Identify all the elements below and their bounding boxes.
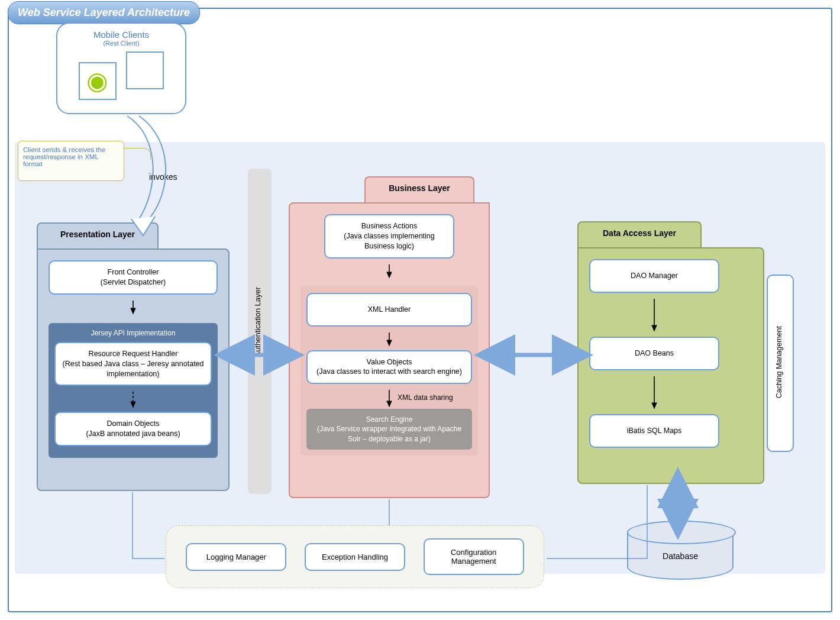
business-tab: Business Layer (364, 176, 474, 202)
apple-icon (126, 51, 164, 89)
ibatis-sql-maps: iBatis SQL Maps (589, 414, 719, 448)
data-access-layer: Data Access Layer DAO Manager DAO Beans … (577, 247, 764, 484)
android-icon: ◉ (79, 62, 117, 100)
presentation-layer: Presentation Layer Front Controller (Ser… (37, 248, 230, 491)
presentation-tab: Presentation Layer (37, 222, 159, 248)
dao-beans: DAO Beans (589, 337, 719, 370)
front-controller: Front Controller (Servlet Dispatcher) (49, 260, 218, 295)
authentication-layer: Authentication Layer (248, 169, 272, 494)
resource-request-handler: Resource Request Handler (Rest based Jav… (54, 342, 212, 386)
invokes-label: invokes (149, 172, 177, 182)
mobile-clients-box: Mobile Clients (Rest Client) ◉ (56, 22, 186, 114)
dao-manager: DAO Manager (589, 259, 719, 293)
database-label: Database (627, 551, 734, 561)
database: Database (627, 521, 734, 589)
note-callout: Client sends & receives the request/resp… (18, 141, 124, 181)
search-engine: Search Engine (Java Service wrapper inte… (306, 409, 472, 450)
mobile-title: Mobile Clients (57, 30, 185, 40)
logging-manager: Logging Manager (186, 543, 286, 571)
diagram-title: Web Service Layered Architecture (8, 1, 200, 24)
business-inner: XML Handler Value Objects (Java classes … (301, 286, 478, 456)
mobile-subtitle: (Rest Client) (57, 40, 185, 47)
exception-handling: Exception Handling (305, 543, 405, 571)
value-objects: Value Objects (Java classes to interact … (306, 350, 472, 385)
jersey-title: Jersey API Implementation (54, 329, 212, 337)
business-layer: Business Layer Business Actions (Java cl… (289, 202, 490, 498)
utility-box: Logging Manager Exception Handling Confi… (166, 525, 544, 588)
note-connector (124, 148, 151, 160)
xml-sharing-label: XML data sharing (398, 393, 453, 402)
data-access-tab: Data Access Layer (577, 221, 702, 247)
auth-label: Authentication Layer (253, 287, 262, 357)
configuration-management: Configuration Management (424, 538, 524, 575)
jersey-api-box: Jersey API Implementation Resource Reque… (49, 323, 218, 458)
xml-handler: XML Handler (306, 293, 472, 327)
caching-label: Caching Management (775, 326, 783, 398)
business-actions: Business Actions (Java classes implement… (324, 214, 454, 259)
caching-management: Caching Management (767, 275, 794, 452)
domain-objects: Domain Objects (JaxB annotated java bean… (54, 412, 212, 446)
